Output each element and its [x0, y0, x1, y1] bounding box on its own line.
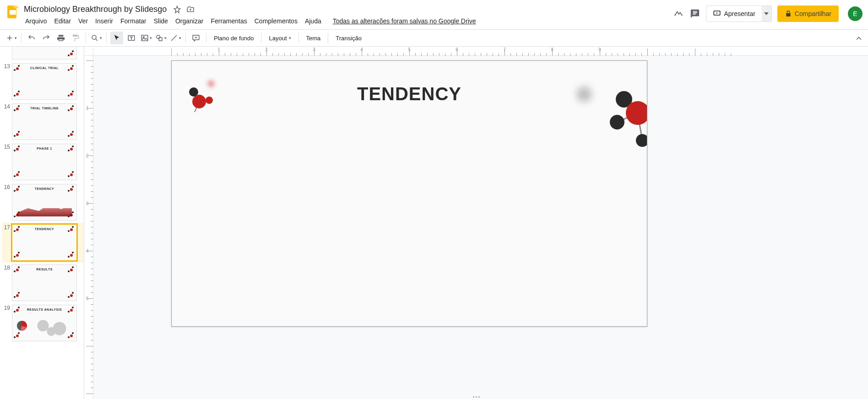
slide-canvas[interactable]: TENDENCY — [171, 60, 647, 327]
textbox-button[interactable] — [125, 32, 138, 44]
ruler-number: 4 — [86, 248, 89, 253]
slides-logo-icon[interactable] — [4, 4, 22, 22]
svg-point-22 — [636, 134, 647, 147]
menu-tools[interactable]: Ferramentas — [207, 16, 250, 27]
zoom-button[interactable]: ▾ — [90, 32, 103, 44]
svg-point-14 — [192, 95, 206, 108]
menu-arrange[interactable]: Organizar — [172, 16, 206, 27]
paint-format-button[interactable] — [69, 32, 82, 44]
slide-thumb[interactable]: 13CLINICAL TRIAL — [2, 61, 84, 102]
menu-insert[interactable]: Inserir — [92, 16, 116, 27]
body: 13CLINICAL TRIAL14TRIAL TIMELINE15PHASE … — [0, 47, 868, 399]
molecule-decoration-icon — [181, 76, 222, 118]
ruler-number: 3 — [86, 201, 89, 206]
header-right: Apresentar Compartilhar E — [673, 3, 863, 22]
svg-point-9 — [207, 80, 215, 87]
separator — [106, 33, 107, 43]
header: Microbiology Breakthrough by Slidesgo Ar… — [0, 0, 868, 29]
ruler-number: 5 — [86, 296, 89, 301]
slide-thumb-title: TRIAL TIMELINE — [12, 104, 76, 110]
slide-thumb-title: RESULTS ANALYSIS — [12, 305, 76, 311]
slide-number: 16 — [4, 184, 10, 190]
ruler-number: 3 — [313, 47, 315, 52]
ruler-corner — [84, 47, 93, 56]
slide-thumb-title: TENDENCY — [12, 184, 76, 190]
slide-thumb-title: PHASE 1 — [12, 144, 76, 150]
vertical-ruler[interactable]: 12345 — [84, 56, 93, 399]
background-button[interactable]: Plano de fundo — [210, 32, 257, 44]
separator — [185, 33, 186, 43]
document-title[interactable]: Microbiology Breakthrough by Slidesgo — [22, 5, 168, 14]
slide-thumb[interactable]: 15PHASE 1 — [2, 142, 84, 182]
title-area: Microbiology Breakthrough by Slidesgo Ar… — [22, 3, 479, 27]
print-button[interactable] — [54, 32, 67, 44]
layout-button[interactable]: Layout — [265, 32, 294, 44]
activity-icon[interactable] — [673, 8, 684, 19]
ruler-number: 5 — [408, 47, 411, 52]
ruler-number: 1 — [86, 106, 89, 111]
menu-slide[interactable]: Slide — [151, 16, 171, 27]
svg-rect-5 — [141, 35, 148, 41]
slide-number: 14 — [4, 103, 10, 110]
menu-help[interactable]: Ajuda — [302, 16, 325, 27]
slide-thumb[interactable]: 17TENDENCY — [2, 222, 84, 263]
slide-thumb-canvas[interactable]: TENDENCY — [12, 184, 77, 221]
speaker-notes-handle[interactable] — [467, 395, 485, 399]
share-button[interactable]: Compartilhar — [777, 5, 839, 22]
slide-thumb-canvas[interactable]: CLINICAL TRIAL — [12, 63, 77, 100]
account-avatar[interactable]: E — [848, 6, 863, 21]
toolbar: ▾ ▾ ▾ ▾ ▾ Plano de fundo Layout T — [0, 29, 868, 47]
svg-point-3 — [92, 35, 96, 39]
drive-save-status[interactable]: Todas as alterações foram salvas no Goog… — [326, 16, 479, 27]
avatar-letter: E — [853, 10, 857, 17]
new-slide-button[interactable]: ▾ — [5, 32, 17, 44]
collapse-toolbar-icon[interactable] — [854, 34, 863, 44]
slide-thumb-canvas[interactable]: TRIAL TIMELINE — [12, 103, 77, 140]
separator — [86, 33, 86, 43]
theme-button[interactable]: Tema — [303, 32, 325, 44]
slide-thumb[interactable] — [2, 47, 84, 61]
slide-thumb-title: RESULTS — [12, 265, 76, 271]
menu-addons[interactable]: Complementos — [251, 16, 301, 27]
star-icon[interactable] — [173, 5, 182, 15]
slide-number: 18 — [4, 264, 10, 271]
menu-view[interactable]: Ver — [75, 16, 91, 27]
slide-thumb-canvas[interactable]: TENDENCY — [12, 224, 77, 261]
present-button[interactable]: Apresentar — [706, 5, 762, 22]
undo-button[interactable] — [25, 32, 38, 44]
present-options-dropdown[interactable] — [762, 5, 772, 22]
slide-thumb[interactable]: 19RESULTS ANALYSIS — [2, 303, 84, 343]
svg-rect-1 — [10, 10, 16, 15]
slide-thumb-canvas[interactable]: PHASE 1 — [12, 144, 77, 180]
transition-button[interactable]: Transição — [332, 32, 365, 44]
select-tool-button[interactable] — [110, 32, 123, 44]
slide-thumb-canvas[interactable]: RESULTS ANALYSIS — [12, 305, 77, 341]
menu-format[interactable]: Formatar — [117, 16, 150, 27]
menu-edit[interactable]: Editar — [51, 16, 74, 27]
svg-point-15 — [206, 97, 213, 104]
horizontal-ruler[interactable]: 123456789 — [93, 47, 868, 56]
present-button-label: Apresentar — [724, 10, 755, 17]
slide-thumb-canvas[interactable] — [12, 47, 77, 59]
filmstrip[interactable]: 13CLINICAL TRIAL14TRIAL TIMELINE15PHASE … — [0, 47, 84, 399]
slide-thumb[interactable]: 18RESULTS — [2, 263, 84, 303]
slide-thumb-canvas[interactable]: RESULTS — [12, 264, 77, 301]
image-button[interactable]: ▾ — [140, 32, 152, 44]
add-comment-button[interactable] — [190, 32, 202, 44]
redo-button[interactable] — [40, 32, 53, 44]
menu-file[interactable]: Arquivo — [22, 16, 50, 27]
slide-number: 15 — [4, 144, 10, 150]
shape-button[interactable]: ▾ — [154, 32, 167, 44]
line-button[interactable]: ▾ — [169, 32, 182, 44]
move-to-drive-icon[interactable] — [186, 5, 195, 15]
ruler-number: 9 — [598, 47, 601, 52]
slide-thumb[interactable]: 14TRIAL TIMELINE — [2, 102, 84, 142]
slide-thumb-title: CLINICAL TRIAL — [12, 64, 76, 70]
separator — [21, 33, 22, 43]
ruler-number: 7 — [503, 47, 506, 52]
canvas-area: 123456789 12345 TENDENCY — [84, 47, 868, 399]
comments-icon[interactable] — [689, 8, 700, 19]
slide-thumb-title: TENDENCY — [12, 225, 76, 231]
slide-thumb[interactable]: 16TENDENCY — [2, 182, 84, 222]
slide-title-text[interactable]: TENDENCY — [172, 84, 647, 104]
